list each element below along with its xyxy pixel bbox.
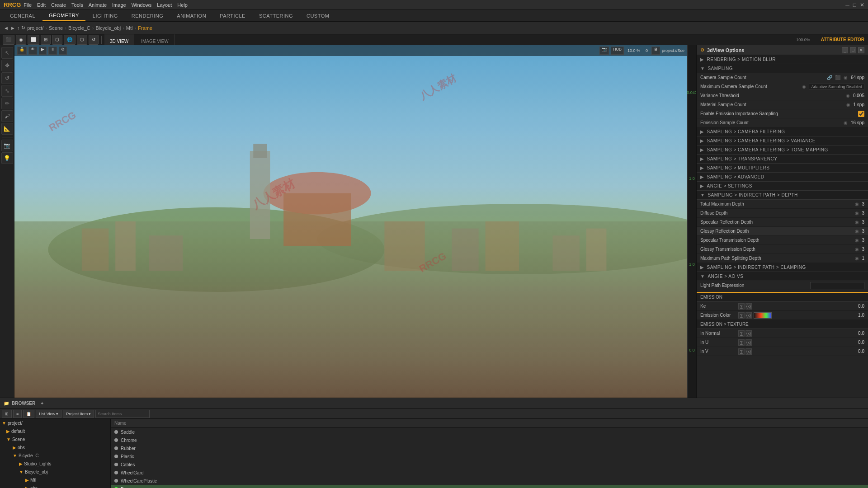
vp-pause[interactable]: ⏸	[48, 47, 57, 55]
prop-icon-10[interactable]: ◉	[854, 219, 860, 225]
tab-general[interactable]: GENERAL	[4, 11, 42, 20]
tool-pen[interactable]: ✏	[1, 98, 13, 109]
menu-file[interactable]: File	[24, 2, 32, 8]
tool-measure[interactable]: 📐	[1, 123, 13, 135]
nav-back[interactable]: ◄	[4, 25, 9, 31]
breadcrumb-item-0[interactable]: project/	[27, 25, 43, 31]
tree-item-mtl[interactable]: ▶ Mtl	[0, 476, 110, 484]
vp-toggle-lock[interactable]: 🔒	[17, 47, 27, 55]
tool-select[interactable]: ↖	[1, 47, 13, 59]
tree-item-obs2[interactable]: ▶ obs	[0, 484, 110, 488]
prop-icon-5[interactable]: ◉	[845, 93, 851, 99]
prop-icon-4[interactable]: ◉	[801, 84, 807, 90]
options-panel[interactable]: ▶ RENDERING > MOTION BLUR ▼ SAMPLING Cam…	[697, 55, 868, 398]
prop-icon-8[interactable]: ◉	[854, 201, 860, 207]
ke-icon-1[interactable]: ∑	[738, 303, 745, 310]
prop-icon-7[interactable]: ◉	[843, 120, 849, 126]
close-button[interactable]: ✕	[860, 2, 864, 8]
options-close[interactable]: ✕	[858, 47, 864, 53]
toolbar-icon-3[interactable]: ⬜	[28, 35, 39, 45]
prop-icon-12[interactable]: ◉	[854, 237, 860, 244]
file-item-rubber[interactable]: Rubber	[111, 444, 868, 452]
toolbar-icon-4[interactable]: ⊞	[41, 35, 51, 45]
tab-geometry[interactable]: GEOMETRY	[42, 11, 85, 21]
tree-item-bicycle-obj[interactable]: ▼ Bicycle_obj	[0, 468, 110, 476]
tree-item-bicycle-c[interactable]: ▼ Bicycle_C	[0, 451, 110, 460]
in-u-icon-2[interactable]: {x}	[745, 339, 752, 346]
menu-create[interactable]: Create	[51, 2, 66, 8]
nav-refresh[interactable]: ↻	[21, 25, 25, 31]
menu-help[interactable]: Help	[177, 2, 188, 8]
prop-icon-11[interactable]: ◉	[854, 228, 860, 235]
in-v-icon-2[interactable]: {x}	[745, 348, 752, 355]
nav-forward[interactable]: ►	[10, 25, 15, 31]
3d-viewport[interactable]: RRCG 八人素材 RRCG 八人素材 🔒 👁 ▶ ⏸ ⚙ 📷 HUB 10.0…	[14, 45, 687, 398]
toolbar-icon-1[interactable]: ⬛	[3, 35, 14, 45]
breadcrumb-item-3[interactable]: Bicycle_obj	[95, 25, 121, 31]
vp-toggle-vis[interactable]: 👁	[28, 47, 37, 55]
options-minimize[interactable]: _	[842, 47, 848, 53]
breadcrumb-item-2[interactable]: Bicycle_C	[68, 25, 90, 31]
section-sampling[interactable]: ▼ SAMPLING	[697, 64, 868, 73]
toolbar-icon-6[interactable]: 🌐	[64, 35, 75, 45]
file-tree[interactable]: ▼ project/ ▶ default ▼ Scene ▶ obs ▼ B	[0, 419, 111, 488]
minimize-button[interactable]: ─	[845, 2, 849, 8]
ec-icon-2[interactable]: {x}	[745, 312, 752, 319]
prop-icon-13[interactable]: ◉	[854, 246, 860, 253]
menu-layout[interactable]: Layout	[157, 2, 172, 8]
view-tab-3d[interactable]: 3D VIEW	[104, 34, 134, 45]
section-transparency[interactable]: ▶ SAMPLING > TRANSPARENCY	[697, 155, 868, 164]
prop-icon-2[interactable]: ⬛	[835, 75, 841, 81]
section-angie-ao[interactable]: ▼ ANGIE > AO VS	[697, 272, 868, 281]
menu-animate[interactable]: Animate	[89, 2, 107, 8]
nav-up[interactable]: ↑	[17, 25, 20, 31]
file-item-plastic[interactable]: Plastic	[111, 452, 868, 460]
file-item-saddle[interactable]: Saddle	[111, 428, 868, 436]
tree-item-default[interactable]: ▶ default	[0, 427, 110, 435]
options-maximize[interactable]: □	[850, 47, 856, 53]
emission-importance-checkbox[interactable]	[858, 111, 864, 117]
vp-options[interactable]: ⚙	[59, 47, 67, 55]
tree-item-studio-lights[interactable]: ▶ Studio_Lights	[0, 460, 110, 468]
tab-custom[interactable]: CUSTOM	[300, 11, 335, 20]
view-tab-image[interactable]: IMAGE VIEW	[136, 34, 175, 45]
toolbar-icon-5[interactable]: ⬡	[52, 35, 62, 45]
in-u-icon-1[interactable]: ∑	[738, 339, 745, 346]
tree-item-scene[interactable]: ▼ Scene	[0, 435, 110, 443]
file-item-chrome[interactable]: Chrome	[111, 436, 868, 444]
ec-icon-1[interactable]: ∑	[738, 312, 745, 319]
section-emission[interactable]: EMISSION	[697, 293, 868, 302]
tab-lighting[interactable]: LIGHTING	[86, 11, 124, 20]
file-list[interactable]: Name SaddleChromeRubberPlasticCablesWhee…	[111, 419, 868, 488]
section-indirect-depth[interactable]: ▼ SAMPLING > INDIRECT PATH > DEPTH	[697, 191, 868, 200]
tool-rotate[interactable]: ↺	[1, 72, 13, 84]
tab-scattering[interactable]: SCATTERING	[253, 11, 299, 20]
browser-view-list[interactable]: ≡	[13, 410, 22, 418]
menu-edit[interactable]: Edit	[37, 2, 46, 8]
maximize-button[interactable]: □	[853, 2, 856, 8]
menu-image[interactable]: Image	[112, 2, 126, 8]
prop-icon-6[interactable]: ◉	[845, 102, 852, 108]
tool-paint[interactable]: 🖌	[1, 110, 13, 122]
tool-light[interactable]: 💡	[1, 152, 13, 164]
tab-rendering[interactable]: RENDERING	[125, 11, 170, 20]
ke-icon-2[interactable]: {x}	[745, 303, 752, 310]
prop-icon-14[interactable]: ◉	[854, 255, 860, 262]
tool-camera[interactable]: 📷	[1, 140, 13, 151]
section-cf-variance[interactable]: ▶ SAMPLING > CAMERA FILTERING > VARIANCE	[697, 136, 868, 145]
browser-view-icons[interactable]: ⊞	[2, 410, 12, 418]
vp-camera[interactable]: 📷	[599, 47, 609, 55]
prop-icon-9[interactable]: ◉	[854, 210, 860, 216]
browser-list-view-btn[interactable]: List View ▾	[36, 410, 61, 418]
menu-windows[interactable]: Windows	[132, 2, 152, 8]
lpe-input[interactable]	[810, 282, 864, 289]
prop-icon-1[interactable]: 🔗	[826, 75, 833, 81]
section-advanced[interactable]: ▶ SAMPLING > ADVANCED	[697, 173, 868, 182]
breadcrumb-item-1[interactable]: Scene	[49, 25, 63, 31]
in-v-icon-1[interactable]: ∑	[738, 348, 745, 355]
tab-particle[interactable]: PARTICLE	[213, 11, 252, 20]
tree-item-obs[interactable]: ▶ obs	[0, 443, 110, 451]
browser-view-detail[interactable]: 📋	[23, 410, 34, 418]
browser-add-btn[interactable]: +	[41, 401, 43, 406]
section-camera-filtering[interactable]: ▶ SAMPLING > CAMERA FILTERING	[697, 127, 868, 136]
